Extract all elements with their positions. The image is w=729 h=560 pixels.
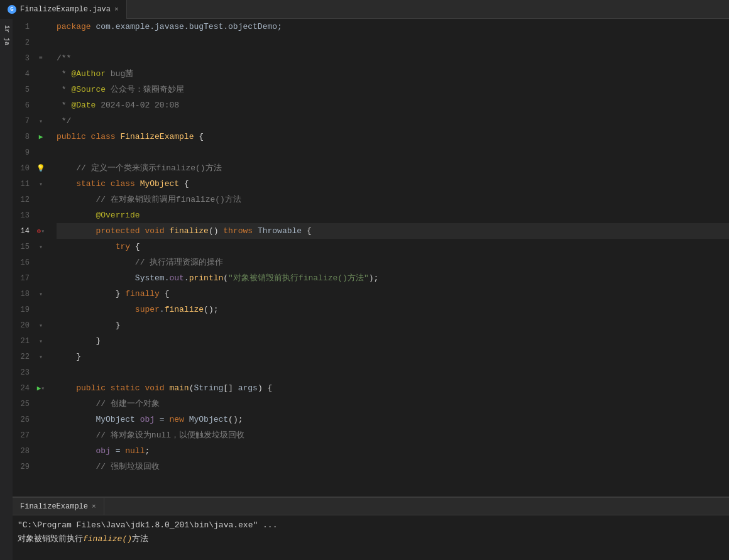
gutter-row-27: 27 [13,427,53,443]
gutter-icon-15: ▾ [35,243,47,251]
line-num-11: 11 [13,180,35,189]
gutter-row-14: 14 ⊕▾ [13,223,53,239]
gutter-row-7: 7 ▾ [13,113,53,129]
code-line-12: // 在对象销毁前调用finalize()方法 [57,192,729,207]
gutter-row-3: 3 ≡ [13,50,53,66]
tab-bar: G FinalizeExample.java × [0,0,729,19]
code-line-5: * @Source 公众号：猿圈奇妙屋 [57,82,729,97]
gutter-row-29: 29 [13,459,53,475]
code-line-29: // 强制垃圾回收 [57,459,729,475]
line-num-24: 24 [13,384,35,393]
line-number-gutter: 1 2 3 ≡ 4 [13,19,53,497]
line-num-5: 5 [13,85,35,94]
gutter-icon-22: ▾ [35,353,47,361]
line-num-8: 8 [13,133,35,141]
bottom-panel: FinalizeExample × "C:\Program Files\Java… [13,497,729,560]
gutter-row-17: 17 [13,270,53,286]
gutter-icon-24: ▶▾ [35,384,47,392]
gutter-row-5: 5 [13,82,53,97]
code-line-16: // 执行清理资源的操作 [57,255,729,270]
code-line-27: // 将对象设为null，以便触发垃圾回收 [57,427,729,443]
line-num-16: 16 [13,258,35,267]
line-num-6: 6 [13,101,35,110]
code-line-19: super.finalize(); [57,302,729,317]
gutter-row-28: 28 [13,443,53,459]
gutter-icon-18: ▾ [35,290,47,298]
line-num-12: 12 [13,195,35,204]
code-editor[interactable]: 1 2 3 ≡ 4 [13,19,729,497]
line-num-17: 17 [13,274,35,283]
line-num-7: 7 [13,117,35,126]
code-line-18: } finally { [57,286,729,302]
bottom-output-content: "C:\Program Files\Java\jdk1.8.0_201\bin\… [13,515,729,560]
gutter-row-8: 8 ▶ [13,129,53,145]
code-line-13: @Override [57,207,729,223]
code-line-2 [57,35,729,50]
sidebar-label-ir: ir [3,25,10,33]
code-line-8: public class FinalizeExample { [57,129,729,145]
gutter-icon-14: ⊕▾ [35,227,47,235]
line-num-15: 15 [13,243,35,251]
editor-tab[interactable]: G FinalizeExample.java × [0,0,127,19]
gutter-icon-20: ▾ [35,322,47,329]
line-num-20: 20 [13,321,35,330]
sidebar-label-ja: ja [3,38,10,45]
gutter-row-24: 24 ▶▾ [13,380,53,396]
line-num-2: 2 [13,38,35,47]
left-sidebar: ir ja [0,19,13,560]
gutter-icon-11: ▾ [35,180,47,188]
gutter-row-16: 16 [13,255,53,270]
line-num-21: 21 [13,337,35,346]
code-line-21: } [57,333,729,349]
bottom-tab-close-button[interactable]: × [92,503,96,510]
gutter-icon-8: ▶ [35,133,47,141]
line-num-9: 9 [13,148,35,157]
gutter-row-13: 13 [13,207,53,223]
line-num-26: 26 [13,415,35,424]
gutter-row-2: 2 [13,35,53,50]
code-line-9 [57,145,729,160]
code-line-1: package com.example.javase.bugTest.objec… [57,19,729,35]
code-line-17: System.out.println("对象被销毁前执行finalize()方法… [57,270,729,286]
gutter-row-11: 11 ▾ [13,176,53,192]
gutter-row-10: 10 💡 [13,160,53,176]
output-line-2: 对象被销毁前执行finalize()方法 [18,532,724,546]
gutter-icon-7: ▾ [35,118,47,125]
tab-file-icon: G [8,5,16,14]
gutter-row-25: 25 [13,396,53,412]
code-line-24: public static void main(String[] args) { [57,380,729,396]
finalize-method-text: finalize() [83,534,132,544]
gutter-row-22: 22 ▾ [13,349,53,365]
gutter-row-20: 20 ▾ [13,317,53,333]
line-num-10: 10 [13,164,35,173]
line-num-27: 27 [13,431,35,440]
code-line-10: // 定义一个类来演示finalize()方法 [57,160,729,176]
code-line-15: try { [57,239,729,255]
output-result-text: 对象被销毁前执行finalize()方法 [18,533,148,544]
bottom-tab-label: FinalizeExample [20,502,88,511]
gutter-row-1: 1 [13,19,53,35]
code-content[interactable]: package com.example.javase.bugTest.objec… [53,19,729,497]
code-line-25: // 创建一个对象 [57,396,729,412]
tab-label: FinalizeExample.java [20,5,111,14]
output-line-1: "C:\Program Files\Java\jdk1.8.0_201\bin\… [18,518,724,532]
cmd-path-text: "C:\Program Files\Java\jdk1.8.0_201\bin\… [18,520,277,530]
line-num-28: 28 [13,447,35,456]
code-line-23 [57,365,729,380]
line-num-23: 23 [13,368,35,377]
line-num-3: 3 [13,54,35,63]
tab-close-button[interactable]: × [114,6,119,13]
line-num-18: 18 [13,290,35,299]
bottom-tab-finalize[interactable]: FinalizeExample × [13,498,104,515]
gutter-icon-3: ≡ [35,55,47,62]
gutter-row-23: 23 [13,365,53,380]
gutter-row-18: 18 ▾ [13,286,53,302]
gutter-row-21: 21 ▾ [13,333,53,349]
code-line-20: } [57,317,729,333]
line-num-4: 4 [13,70,35,79]
gutter-row-12: 12 [13,192,53,207]
bottom-tab-bar: FinalizeExample × [13,498,729,515]
code-line-22: } [57,349,729,365]
main-area: ir ja 1 2 [0,19,729,560]
code-line-28: obj = null; [57,443,729,459]
